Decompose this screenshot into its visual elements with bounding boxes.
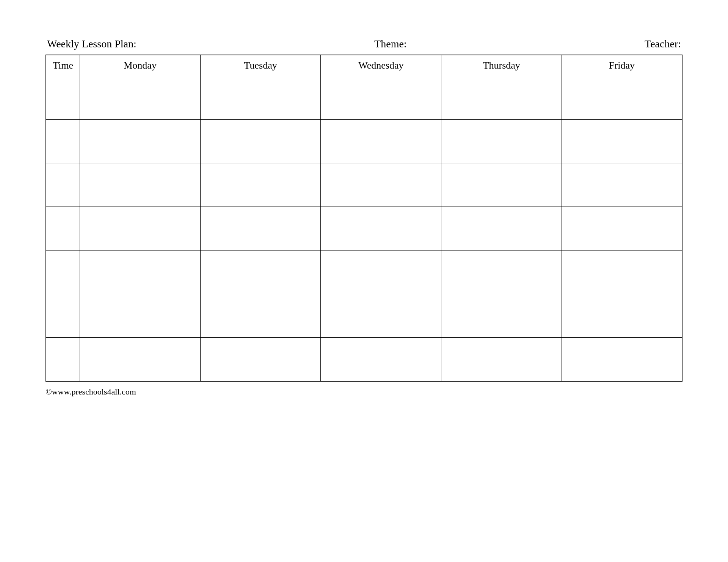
day-cell[interactable] <box>80 338 201 381</box>
theme-label: Theme: <box>374 38 407 50</box>
day-cell[interactable] <box>562 207 682 250</box>
day-cell[interactable] <box>80 163 201 207</box>
day-cell[interactable] <box>321 76 441 120</box>
table-header-row: Time Monday Tuesday Wednesday Thursday F… <box>46 55 682 76</box>
time-cell[interactable] <box>46 163 80 207</box>
table-row <box>46 338 682 381</box>
day-cell[interactable] <box>200 294 321 338</box>
page-container: Weekly Lesson Plan: Theme: Teacher: Time… <box>46 38 682 397</box>
col-header-wednesday: Wednesday <box>321 55 441 76</box>
header-row: Weekly Lesson Plan: Theme: Teacher: <box>46 38 682 50</box>
day-cell[interactable] <box>321 250 441 294</box>
day-cell[interactable] <box>441 76 562 120</box>
day-cell[interactable] <box>562 338 682 381</box>
day-cell[interactable] <box>80 76 201 120</box>
day-cell[interactable] <box>321 338 441 381</box>
day-cell[interactable] <box>80 120 201 163</box>
day-cell[interactable] <box>200 250 321 294</box>
day-cell[interactable] <box>321 163 441 207</box>
lesson-plan-label: Weekly Lesson Plan: <box>47 38 136 50</box>
day-cell[interactable] <box>441 338 562 381</box>
day-cell[interactable] <box>200 163 321 207</box>
day-cell[interactable] <box>441 120 562 163</box>
day-cell[interactable] <box>562 76 682 120</box>
footer: ©www.preschools4all.com <box>46 387 682 397</box>
time-cell[interactable] <box>46 76 80 120</box>
time-cell[interactable] <box>46 250 80 294</box>
day-cell[interactable] <box>200 76 321 120</box>
day-cell[interactable] <box>562 250 682 294</box>
day-cell[interactable] <box>562 163 682 207</box>
table-row <box>46 294 682 338</box>
time-cell[interactable] <box>46 338 80 381</box>
day-cell[interactable] <box>321 294 441 338</box>
table-row <box>46 250 682 294</box>
time-cell[interactable] <box>46 120 80 163</box>
table-row <box>46 76 682 120</box>
day-cell[interactable] <box>321 120 441 163</box>
time-cell[interactable] <box>46 207 80 250</box>
col-header-friday: Friday <box>562 55 682 76</box>
table-row <box>46 120 682 163</box>
day-cell[interactable] <box>562 120 682 163</box>
day-cell[interactable] <box>80 207 201 250</box>
day-cell[interactable] <box>200 120 321 163</box>
col-header-time: Time <box>46 55 80 76</box>
day-cell[interactable] <box>80 250 201 294</box>
day-cell[interactable] <box>200 207 321 250</box>
lesson-table: Time Monday Tuesday Wednesday Thursday F… <box>46 55 682 382</box>
col-header-tuesday: Tuesday <box>200 55 321 76</box>
day-cell[interactable] <box>562 294 682 338</box>
day-cell[interactable] <box>80 294 201 338</box>
day-cell[interactable] <box>441 163 562 207</box>
day-cell[interactable] <box>441 207 562 250</box>
table-row <box>46 207 682 250</box>
col-header-thursday: Thursday <box>441 55 562 76</box>
day-cell[interactable] <box>441 250 562 294</box>
col-header-monday: Monday <box>80 55 201 76</box>
day-cell[interactable] <box>200 338 321 381</box>
day-cell[interactable] <box>321 207 441 250</box>
table-row <box>46 163 682 207</box>
time-cell[interactable] <box>46 294 80 338</box>
teacher-label: Teacher: <box>645 38 681 50</box>
day-cell[interactable] <box>441 294 562 338</box>
copyright-text: ©www.preschools4all.com <box>46 387 136 396</box>
